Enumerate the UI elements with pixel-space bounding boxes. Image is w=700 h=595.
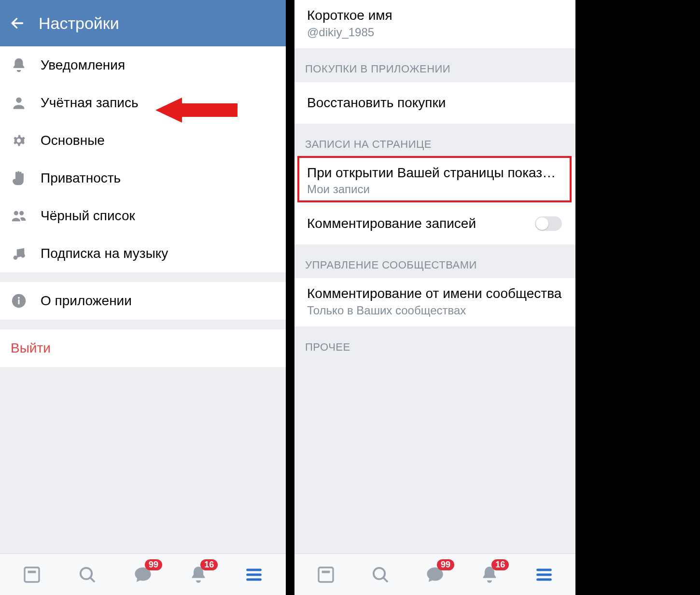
nav-search[interactable]	[75, 562, 100, 587]
person-icon	[11, 95, 27, 111]
settings-item-account[interactable]: Учётная запись	[0, 84, 286, 122]
comments-label: Комментирование записей	[307, 216, 476, 231]
nav-menu[interactable]	[532, 562, 557, 587]
community-comment-label: Комментирование от имени сообщества	[307, 285, 561, 302]
svg-point-4	[14, 255, 18, 260]
svg-point-5	[21, 254, 25, 258]
svg-point-12	[81, 567, 92, 579]
settings-item-label: Учётная запись	[41, 95, 139, 111]
logout-label: Выйти	[11, 340, 51, 356]
community-comment-value: Только в Ваших сообществах	[307, 304, 466, 317]
nav-feed[interactable]	[19, 562, 44, 587]
people-icon	[11, 208, 27, 224]
nav-menu[interactable]	[241, 562, 266, 587]
svg-rect-11	[28, 570, 36, 573]
section-header-purchases: ПОКУПКИ В ПРИЛОЖЕНИИ	[294, 48, 575, 82]
nav-messages[interactable]: 99	[422, 562, 448, 587]
settings-panel-left: Настройки Уведомления Учётная запись Осн…	[0, 0, 286, 595]
setting-comments-toggle[interactable]: Комментирование записей	[294, 203, 575, 244]
short-name-value: @dikiy_1985	[307, 26, 374, 39]
gear-icon	[11, 132, 27, 149]
header: Настройки	[0, 0, 286, 46]
svg-rect-17	[319, 567, 333, 582]
settings-item-notifications[interactable]: Уведомления	[0, 46, 286, 84]
setting-short-name[interactable]: Короткое имя @dikiy_1985	[294, 0, 575, 48]
back-arrow-icon[interactable]	[10, 15, 25, 31]
svg-line-20	[383, 578, 387, 581]
notifications-badge: 16	[491, 559, 509, 570]
section-header-other: ПРОЧЕЕ	[294, 326, 575, 368]
bell-icon	[11, 57, 27, 73]
svg-rect-10	[25, 567, 39, 582]
short-name-label: Короткое имя	[307, 7, 392, 24]
svg-point-19	[374, 567, 385, 579]
settings-item-logout[interactable]: Выйти	[0, 329, 286, 367]
svg-point-8	[18, 297, 20, 299]
settings-item-general[interactable]: Основные	[0, 122, 286, 159]
highlight-annotation	[297, 156, 572, 202]
svg-point-3	[19, 211, 24, 215]
svg-point-2	[14, 211, 18, 215]
setting-community-commenting[interactable]: Комментирование от имени сообщества Толь…	[294, 278, 575, 326]
page-title: Настройки	[39, 14, 119, 33]
settings-item-music[interactable]: Подписка на музыку	[0, 235, 286, 272]
nav-messages[interactable]: 99	[130, 562, 155, 587]
account-panel-right: Короткое имя @dikiy_1985 ПОКУПКИ В ПРИЛО…	[294, 0, 575, 595]
restore-purchases-label: Восстановить покупки	[307, 95, 446, 111]
messages-badge: 99	[437, 559, 454, 570]
nav-notifications[interactable]: 16	[477, 562, 502, 587]
settings-item-blacklist[interactable]: Чёрный список	[0, 197, 286, 235]
bottom-nav: 99 16	[0, 553, 286, 595]
settings-item-label: Уведомления	[41, 57, 125, 73]
nav-notifications[interactable]: 16	[186, 562, 211, 587]
hand-icon	[11, 170, 27, 186]
settings-item-privacy[interactable]: Приватность	[0, 159, 286, 197]
bottom-nav: 99 16	[294, 553, 575, 595]
settings-item-label: Приватность	[41, 170, 121, 186]
svg-line-13	[90, 578, 94, 581]
settings-item-about[interactable]: О приложении	[0, 282, 286, 320]
section-header-communities: УПРАВЛЕНИЕ СООБЩЕСТВАМИ	[294, 244, 575, 278]
settings-item-label: Подписка на музыку	[41, 246, 168, 261]
svg-rect-18	[322, 570, 330, 573]
settings-list: Уведомления Учётная запись Основные Прив…	[0, 46, 286, 595]
settings-item-label: Чёрный список	[41, 208, 135, 224]
info-icon	[11, 293, 27, 309]
toggle-off-icon[interactable]	[535, 216, 562, 231]
nav-search[interactable]	[368, 562, 393, 587]
messages-badge: 99	[145, 559, 162, 570]
music-note-icon	[11, 245, 27, 262]
panel-divider	[286, 0, 294, 595]
account-settings-list: Короткое имя @dikiy_1985 ПОКУПКИ В ПРИЛО…	[294, 0, 575, 595]
svg-point-1	[16, 98, 21, 103]
settings-item-label: О приложении	[41, 293, 132, 309]
setting-restore-purchases[interactable]: Восстановить покупки	[294, 82, 575, 124]
nav-feed[interactable]	[313, 562, 338, 587]
settings-item-label: Основные	[41, 133, 105, 148]
notifications-badge: 16	[200, 559, 218, 570]
svg-rect-7	[18, 299, 20, 304]
section-header-wall: ЗАПИСИ НА СТРАНИЦЕ	[294, 124, 575, 157]
